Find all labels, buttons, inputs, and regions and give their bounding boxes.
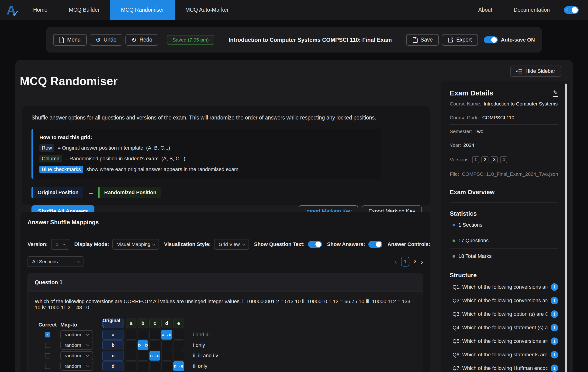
mapping-cell-a[interactable] — [126, 351, 136, 361]
sections-filter-select[interactable]: All Sections — [28, 256, 84, 267]
mapto-select[interactable]: random — [60, 362, 93, 371]
viz-style-select[interactable]: Grid View — [214, 239, 249, 250]
display-mode-value: Visual Mapping — [117, 241, 150, 247]
sidebar-scrollbar[interactable] — [565, 84, 567, 372]
collapse-sidebar-icon — [516, 69, 522, 74]
green-dot-icon — [452, 240, 455, 242]
arrow-right-icon: → — [87, 189, 94, 196]
mapping-cell-d[interactable] — [161, 351, 172, 361]
display-mode-label: Display Mode: — [74, 241, 109, 247]
version-chip-4[interactable]: 4 — [500, 156, 507, 163]
version-value: 1 — [56, 241, 59, 247]
answer-text: i and ii i — [193, 332, 210, 338]
mapping-cell-d[interactable] — [161, 361, 172, 371]
mapto-select[interactable]: random — [60, 330, 93, 339]
autosave-toggle[interactable] — [484, 36, 498, 44]
structure-question-item[interactable]: Q2: Which of the following conversions a… — [450, 294, 558, 307]
nav-item-mcq-randomiser[interactable]: MCQ Randomiser — [110, 0, 175, 20]
question-body: Which of the following conversions are C… — [28, 292, 423, 372]
logo-check-icon: ✓ — [12, 9, 19, 19]
dark-mode-toggle[interactable]: ☾ — [564, 6, 579, 14]
page-2-button[interactable]: 2 — [414, 259, 416, 265]
detail-row-course-name: Course Name: Introduction to Computer Sy… — [450, 97, 558, 111]
marks-badge: 1 — [551, 283, 558, 291]
prev-page-button[interactable]: ‹ — [394, 257, 397, 266]
mapping-cell-a[interactable] — [126, 361, 136, 371]
export-button[interactable]: Export — [442, 34, 478, 46]
mapping-cell-c[interactable] — [149, 361, 160, 371]
correct-checkbox[interactable]: ✓ — [45, 332, 50, 338]
mapping-cell-b[interactable] — [137, 361, 148, 371]
mapping-cell-d[interactable]: a→d — [161, 330, 172, 339]
version-chips: 1 2 3 4 — [472, 156, 507, 163]
hide-sidebar-button[interactable]: Hide Sidebar — [510, 66, 561, 77]
column-tag-text: = Randomised position in student's exam.… — [65, 156, 185, 162]
nav-item-mcq-builder[interactable]: MCQ Builder — [58, 0, 110, 20]
mapping-cell-c[interactable] — [149, 330, 160, 339]
grid-row: random b b→b i only — [35, 340, 416, 350]
nav-item-mcq-auto-marker[interactable]: MCQ Auto-Marker — [175, 0, 239, 20]
nav-link-about[interactable]: About — [467, 7, 503, 13]
mapping-cell-e[interactable]: d→e — [173, 361, 184, 371]
exam-details-sidebar: Exam Details ✎ Course Name: Introduction… — [441, 81, 569, 372]
edit-exam-details-icon[interactable]: ✎ — [553, 90, 558, 97]
app-logo[interactable]: A ✓ — [0, 0, 22, 20]
mapping-cell-c[interactable] — [149, 340, 160, 350]
nav-spacer — [239, 0, 467, 20]
structure-question-item[interactable]: Q7: Which of the following Huffman encod… — [450, 361, 558, 372]
mapping-cell-a[interactable] — [126, 340, 136, 350]
mapping-cell-c[interactable]: c→c — [149, 351, 160, 361]
structure-question-item[interactable]: Q5: Which of the following conversions a… — [450, 334, 558, 348]
toggle-knob — [491, 37, 497, 43]
shuffle-intro-card: Shuffle answer options for all questions… — [22, 106, 430, 205]
mapping-cell-b[interactable] — [137, 351, 148, 361]
nav-item-home[interactable]: Home — [22, 0, 58, 20]
mapto-select[interactable]: random — [60, 351, 93, 360]
redo-button[interactable]: ↻ Redo — [126, 34, 158, 46]
how-to-read-infobox: How to read this grid: Row = Original an… — [32, 129, 381, 179]
nav-link-documentation[interactable]: Documentation — [503, 7, 560, 13]
version-chip-2[interactable]: 2 — [482, 156, 488, 163]
mapping-cell-a[interactable] — [126, 330, 136, 339]
detail-row-semester: Semester: Two — [450, 125, 558, 138]
toggle-knob — [376, 241, 381, 247]
structure-question-item[interactable]: Q1: Which of the following conversions a… — [450, 280, 558, 294]
display-mode-select[interactable]: Visual Mapping — [112, 239, 159, 250]
version-select[interactable]: 1 — [51, 239, 69, 250]
show-question-text-toggle[interactable] — [308, 241, 322, 248]
version-chip-3[interactable]: 3 — [491, 156, 498, 163]
page-1-button[interactable]: 1 — [401, 257, 410, 266]
top-nav: A ✓ HomeMCQ BuilderMCQ RandomiserMCQ Aut… — [0, 0, 588, 20]
blue-checkmarks-tag: Blue checkmarks — [39, 166, 83, 173]
mapping-cell-b[interactable] — [137, 330, 148, 339]
chevron-down-icon — [86, 343, 89, 346]
exam-details-title: Exam Details — [450, 89, 493, 97]
undo-label: Undo — [104, 37, 116, 43]
correct-checkbox[interactable] — [45, 364, 50, 369]
structure-question-item[interactable]: Q4: Which of the following statement (s)… — [450, 321, 558, 334]
mapto-select[interactable]: random — [60, 341, 93, 350]
show-answers-toggle[interactable] — [368, 241, 382, 248]
saved-status-badge: Saved (7:05 pm) — [167, 35, 214, 45]
mapping-cell-e[interactable] — [173, 330, 184, 339]
undo-button[interactable]: ↺ Undo — [90, 34, 123, 46]
column-header-d: d — [161, 318, 172, 328]
structure-question-item[interactable]: Q3: Which of the following option (s) ar… — [450, 307, 558, 321]
main-content: Hide Sidebar MCQ Randomiser Shuffle answ… — [15, 60, 573, 372]
mapping-cell-b[interactable]: b→b — [137, 340, 148, 350]
mapping-cell-e[interactable] — [173, 340, 184, 350]
mapping-cell-e[interactable] — [173, 351, 184, 361]
correct-checkbox[interactable] — [45, 343, 50, 348]
chevron-down-icon — [152, 242, 155, 245]
version-chip-1[interactable]: 1 — [472, 156, 479, 163]
menu-button[interactable]: Menu — [53, 34, 87, 46]
marks-badge: 1 — [551, 310, 558, 318]
correct-checkbox[interactable] — [45, 353, 50, 359]
mapping-cell-d[interactable] — [161, 340, 172, 350]
detail-row-file: File: COMPSCI 110_Final_Exam_2024_Two.js… — [450, 167, 558, 181]
save-button[interactable]: Save — [406, 34, 439, 46]
marks-badge: 1 — [551, 364, 558, 372]
structure-question-item[interactable]: Q6: Which of the following statements ar… — [450, 348, 558, 361]
toggle-knob — [572, 7, 578, 13]
next-page-button[interactable]: › — [420, 257, 423, 266]
